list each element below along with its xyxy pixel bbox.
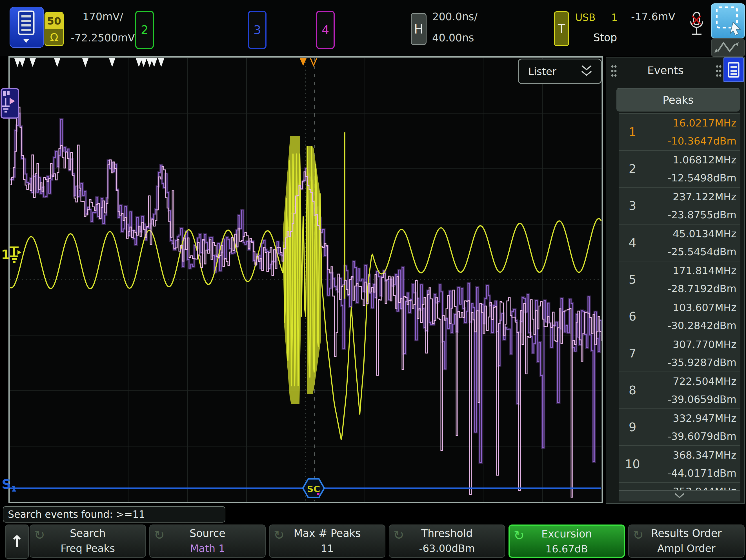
waveform-tool-button[interactable]	[711, 38, 745, 57]
lister-dropdown-button[interactable]: Lister	[518, 59, 602, 84]
timebase-delay: 40.00ns	[432, 32, 488, 44]
softkey-value: Ampl Order	[629, 542, 744, 554]
event-frequency: 307.770MHz	[673, 338, 737, 350]
event-number: 1	[619, 114, 646, 150]
event-row[interactable]: 7307.770MHz-35.9287dBm	[619, 335, 740, 372]
event-row[interactable]: 10368.347MHz-44.0171dBm	[619, 446, 740, 483]
trigger-source: USB	[575, 12, 596, 23]
softkey-excursion[interactable]: ↻ Excursion 16.67dB	[509, 525, 625, 558]
events-table: 116.0217MHz-10.3647dBm21.06812MHz-12.549…	[619, 113, 740, 501]
channel1-impedance-value: 50	[45, 13, 63, 29]
softkey-threshold[interactable]: ↻ Threshold -63.00dBm	[389, 525, 505, 558]
drag-grip-icon[interactable]	[716, 64, 722, 77]
softkey-value: Freq Peaks	[30, 542, 145, 554]
event-row[interactable]: 8722.504MHz-39.0659dBm	[619, 372, 740, 409]
top-toolbar: 50 Ω 170mV/ -72.2500mV 2 3 4 H 200.0ns/ …	[0, 0, 746, 56]
event-amplitude: -30.2842dBm	[668, 320, 737, 331]
event-frequency: 237.122MHz	[673, 191, 737, 203]
softkey-max-peaks[interactable]: ↻ Max # Peaks 11	[269, 525, 385, 558]
event-amplitude: -35.9287dBm	[668, 357, 737, 368]
softkey-search[interactable]: ↻ Search Freq Peaks	[30, 525, 146, 558]
microphone-muted-icon[interactable]	[688, 10, 706, 49]
events-panel: Events Peaks 116.0217MHz-10.3647dBm21.06…	[606, 57, 745, 504]
softkey-value: Math 1	[150, 542, 265, 554]
channel2-button[interactable]: 2	[135, 11, 154, 49]
event-frequency: 1.06812MHz	[673, 154, 737, 166]
math-ground-arrow-icon	[2, 89, 16, 115]
event-frequency: 332.947MHz	[673, 412, 737, 424]
event-amplitude: -12.5498dBm	[668, 172, 737, 184]
timebase-scale: 200.0ns/	[432, 11, 488, 23]
horizontal-badge[interactable]: H	[411, 13, 427, 45]
event-number: 5	[619, 261, 646, 298]
event-amplitude: -44.0171dBm	[668, 467, 737, 479]
event-amplitude: -39.0659dBm	[668, 393, 737, 405]
event-frequency: 16.0217MHz	[673, 117, 737, 129]
event-frequency: 368.347MHz	[673, 449, 737, 461]
math1-reference-marker[interactable]	[1, 88, 19, 119]
event-amplitude: -25.5454dBm	[668, 246, 737, 258]
event-amplitude: -39.6079dBm	[668, 431, 737, 442]
event-frequency: 103.607MHz	[673, 302, 737, 313]
channel4-button[interactable]: 4	[316, 11, 335, 49]
events-scroll-down[interactable]	[619, 490, 740, 501]
softkey-label: Max # Peaks	[269, 527, 385, 539]
softkey-label: Threshold	[389, 527, 505, 539]
event-amplitude: -10.3647dBm	[668, 135, 737, 147]
list-icon	[728, 62, 740, 78]
event-row[interactable]: 445.0134MHz-25.5454dBm	[619, 225, 740, 261]
waveform-plot: SC	[8, 56, 603, 503]
softkey-results-order[interactable]: ↻ Results Order Ampl Order	[628, 525, 745, 558]
channel1-marker-label: 1	[1, 247, 10, 262]
event-frequency: 722.504MHz	[673, 376, 737, 387]
softkey-label: Results Order	[629, 527, 744, 539]
peaks-mode-button[interactable]: Peaks	[616, 88, 740, 112]
event-row[interactable]: 116.0217MHz-10.3647dBm	[619, 114, 740, 151]
softkey-value: 16.67dB	[510, 543, 624, 555]
channel1-impedance-badge[interactable]: 50 Ω	[45, 12, 64, 46]
event-row[interactable]: 21.06812MHz-12.5498dBm	[619, 151, 740, 187]
up-arrow-icon: ↑	[10, 532, 24, 551]
trigger-level: -17.6mV	[631, 11, 675, 23]
event-number: 6	[619, 298, 646, 335]
event-number: 10	[619, 446, 646, 482]
channel3-button[interactable]: 3	[248, 11, 266, 49]
events-list-view-button[interactable]	[723, 57, 744, 82]
selection-tool-button[interactable]	[711, 3, 745, 38]
softkey-source[interactable]: ↻ Source Math 1	[149, 525, 266, 558]
events-header: Events	[606, 57, 744, 83]
event-row[interactable]: 6103.607MHz-30.2842dBm	[619, 298, 740, 335]
horizontal-readout[interactable]: 200.0ns/ 40.00ns	[432, 11, 488, 44]
serial1-label: S1	[2, 477, 17, 494]
main-menu-button[interactable]	[9, 7, 44, 48]
channel1-ground-marker[interactable]: 1	[1, 244, 22, 266]
ohm-icon: Ω	[45, 29, 63, 46]
trigger-badge[interactable]: T	[554, 11, 569, 46]
event-number: 9	[619, 409, 646, 445]
event-number: 7	[619, 335, 646, 372]
event-amplitude: -23.8755dBm	[668, 209, 737, 220]
event-frequency: 171.814MHz	[673, 265, 737, 276]
waveform-display: SC Lister 1	[8, 56, 603, 503]
event-number: 2	[619, 151, 646, 187]
event-frequency: 45.0134MHz	[673, 228, 737, 239]
search-status-box: Search events found: >=11	[3, 506, 225, 523]
softkey-value: -63.00dBm	[389, 542, 505, 554]
softkey-label: Search	[30, 527, 145, 539]
event-row[interactable]: 9332.947MHz-39.6079dBm	[619, 409, 740, 446]
softkey-collapse-button[interactable]: ↑	[5, 525, 29, 559]
softkey-label: Excursion	[510, 528, 624, 540]
softkey-value: 11	[269, 542, 385, 554]
oscilloscope-screen: 50 Ω 170mV/ -72.2500mV 2 3 4 H 200.0ns/ …	[0, 0, 746, 560]
event-amplitude: -28.7192dBm	[668, 283, 737, 294]
trigger-slot: 1	[611, 12, 618, 23]
event-row[interactable]: 5171.814MHz-28.7192dBm	[619, 261, 740, 298]
acquisition-state: Stop	[593, 32, 617, 44]
event-row[interactable]: 3237.122MHz-23.8755dBm	[619, 187, 740, 225]
channel1-scale: 170mV/	[65, 11, 141, 23]
search-status-text: Search events found: >=11	[8, 509, 145, 520]
events-title: Events	[606, 57, 725, 83]
lister-label: Lister	[528, 66, 579, 77]
channel1-readout[interactable]: 170mV/ -72.2500mV	[65, 11, 141, 44]
softkey-label: Source	[150, 527, 265, 539]
